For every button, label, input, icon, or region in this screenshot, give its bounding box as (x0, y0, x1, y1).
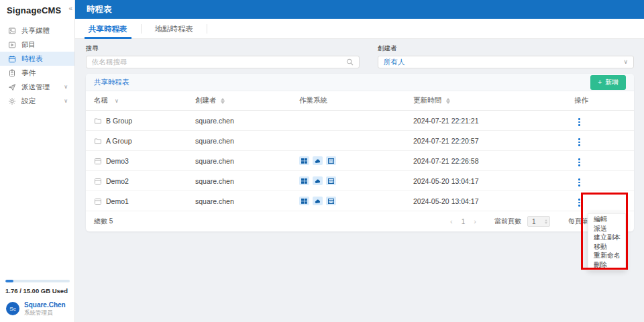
row-os (299, 197, 413, 205)
sidebar-collapse-icon[interactable]: « (68, 5, 72, 12)
row-os (299, 176, 413, 185)
column-label: 更新時間 (413, 96, 441, 104)
menu-item-dispatch[interactable]: 派送 (588, 224, 625, 233)
windows-os-icon (299, 197, 309, 205)
search-field-group: 搜尋 依名稱搜尋 (86, 44, 360, 68)
row-actions-button[interactable] (574, 197, 584, 209)
column-name[interactable]: 名稱 ∨ (86, 96, 195, 105)
table-row[interactable]: B Group square.chen 2024-07-21 22:21:21 (86, 111, 634, 131)
search-placeholder: 依名稱搜尋 (92, 58, 127, 67)
menu-item-rename[interactable]: 重新命名 (588, 251, 625, 260)
windows-os-icon (299, 156, 309, 165)
current-page-input[interactable]: 1 (527, 216, 550, 227)
web-os-icon (326, 176, 336, 185)
storage-text: 1.76 / 15.00 GB Used (5, 287, 70, 294)
sort-icon (446, 98, 450, 104)
shared-schedule-panel: 共享時程表 + 新增 名稱 ∨ 創建者 作業系統 更新時間 操作 (86, 74, 634, 231)
web-os-icon (326, 197, 336, 205)
row-creator: square.chen (195, 117, 299, 125)
row-creator: square.chen (195, 157, 299, 165)
creator-select[interactable]: 所有人 ∨ (378, 56, 634, 68)
row-updated: 2024-07-21 22:21:21 (413, 117, 574, 125)
sort-caret-icon: ∨ (115, 98, 119, 104)
sidebar-item-label: 派送管理 (21, 83, 50, 92)
app-logo: SignageCMS (0, 0, 74, 18)
stepper-icon[interactable] (545, 219, 547, 224)
row-creator: square.chen (195, 197, 299, 205)
row-actions-button[interactable] (574, 136, 584, 148)
sidebar-item-label: 時程表 (21, 54, 43, 64)
sidebar-item-shared-media[interactable]: 共享媒體 (0, 23, 74, 38)
tab-shared-schedules[interactable]: 共享時程表 (75, 19, 141, 39)
sort-icon (221, 98, 225, 104)
schedule-file-icon (94, 157, 102, 165)
add-button-label: 新增 (605, 78, 619, 87)
row-actions-button[interactable] (574, 116, 584, 128)
creator-label: 創建者 (378, 44, 634, 53)
next-page-icon[interactable]: › (474, 217, 476, 225)
search-label: 搜尋 (86, 44, 360, 53)
storage-bar-fill (5, 280, 13, 282)
menu-item-delete[interactable]: 刪除 (588, 260, 625, 270)
row-name[interactable]: A Group (106, 137, 132, 145)
sidebar-nav: 共享媒體 節目 時程表 (0, 23, 74, 108)
search-input[interactable]: 依名稱搜尋 (86, 56, 360, 68)
sidebar-item-schedule[interactable]: 時程表 (0, 52, 74, 66)
row-name[interactable]: Demo3 (106, 157, 129, 165)
panel-title: 共享時程表 (94, 78, 129, 87)
storage-bar (5, 280, 70, 282)
column-action: 操作 (574, 96, 634, 105)
user-profile[interactable]: Sc Square.Chen 系統管理員 (6, 301, 66, 316)
row-name[interactable]: B Group (106, 117, 132, 125)
column-label: 操作 (574, 96, 588, 104)
row-creator: square.chen (195, 177, 299, 185)
schedule-file-icon (94, 177, 102, 185)
menu-item-edit[interactable]: 編輯 (588, 215, 625, 224)
user-name: Square.Chen (24, 301, 66, 309)
row-name[interactable]: Demo2 (106, 177, 129, 185)
tab-bar: 共享時程表 地點時程表 (75, 19, 644, 39)
chevron-down-icon: ∨ (64, 99, 68, 104)
tab-location-schedules[interactable]: 地點時程表 (142, 19, 207, 39)
table-row[interactable]: Demo3 square.chen 2024-07-21 22:26:58 (86, 151, 634, 171)
chevron-down-icon: ∨ (623, 59, 628, 65)
sidebar: SignageCMS « 共享媒體 節目 (0, 0, 75, 322)
row-os (299, 156, 413, 165)
media-icon (8, 27, 16, 35)
total-count: 總數 5 (94, 217, 113, 226)
menu-item-move[interactable]: 移動 (588, 242, 625, 252)
table-row[interactable]: Demo2 square.chen 2024-05-20 13:04:17 (86, 171, 634, 191)
row-updated: 2024-07-21 22:26:58 (413, 157, 574, 165)
apple-os-icon (313, 197, 323, 205)
prev-page-icon[interactable]: ‹ (450, 217, 453, 225)
search-icon (346, 58, 354, 66)
column-label: 創建者 (195, 96, 217, 104)
row-updated: 2024-05-20 13:04:17 (413, 177, 574, 185)
web-os-icon (326, 156, 336, 165)
pagination: ‹ 1 › 當前頁數 1 每頁筆數 (450, 216, 595, 227)
windows-os-icon (299, 176, 309, 185)
storage-usage: 1.76 / 15.00 GB Used (5, 280, 70, 294)
sidebar-item-label: 事件 (21, 68, 36, 78)
apple-os-icon (313, 176, 323, 185)
column-creator[interactable]: 創建者 (195, 96, 299, 105)
row-name[interactable]: Demo1 (106, 197, 129, 205)
sidebar-item-programs[interactable]: 節目 (0, 38, 74, 52)
program-icon (8, 41, 16, 49)
column-label: 作業系統 (299, 96, 327, 105)
page-number[interactable]: 1 (459, 218, 468, 225)
column-updated[interactable]: 更新時間 (413, 96, 574, 105)
user-role: 系統管理員 (24, 309, 66, 316)
apple-os-icon (313, 156, 323, 165)
table-row[interactable]: Demo1 square.chen 2024-05-20 13:04:17 (86, 191, 634, 211)
sidebar-item-settings[interactable]: 設定 ∨ (0, 94, 74, 108)
menu-item-duplicate[interactable]: 建立副本 (588, 233, 625, 242)
row-actions-button[interactable] (574, 176, 584, 189)
table-row[interactable]: A Group square.chen 2024-07-21 22:20:57 (86, 131, 634, 151)
row-updated: 2024-05-20 13:04:17 (413, 197, 574, 205)
sidebar-item-dispatch[interactable]: 派送管理 ∨ (0, 80, 74, 94)
row-actions-button[interactable] (574, 156, 584, 168)
add-button[interactable]: + 新增 (590, 75, 626, 90)
current-page-value: 1 (532, 218, 536, 225)
sidebar-item-events[interactable]: 事件 (0, 66, 74, 80)
